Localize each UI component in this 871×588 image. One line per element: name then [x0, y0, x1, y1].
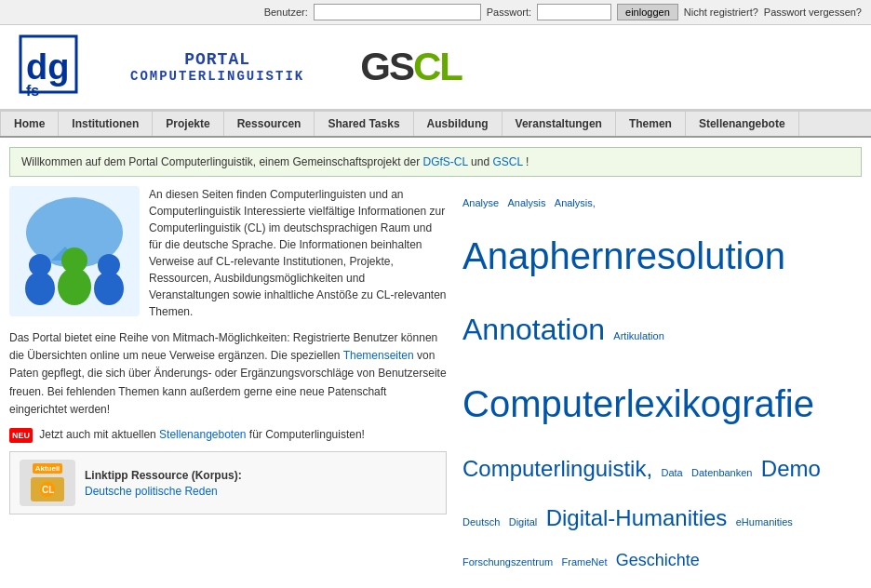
linktipp-title: Linktipp Ressource (Korpus): — [85, 469, 242, 482]
nav-projekte[interactable]: Projekte — [153, 112, 223, 136]
intro-text: An diesen Seiten finden Computerlinguist… — [149, 186, 447, 320]
dgfs-cl-link[interactable]: DGfS-CL — [423, 155, 468, 168]
gscl-logo[interactable]: GSCL — [360, 45, 462, 89]
linktipp-link[interactable]: Deutsche politische Reden — [85, 485, 218, 498]
welcome-text2: und — [471, 155, 492, 168]
aktuell-badge: Aktuell — [33, 463, 63, 474]
portal-line1: Portal — [130, 50, 304, 69]
intro-section: An diesen Seiten finden Computerlinguist… — [9, 186, 447, 320]
linktipp-box: Aktuell CL Linktipp Ressource (Korpus): … — [9, 451, 447, 514]
username-input[interactable] — [314, 4, 481, 20]
welcome-banner: Willkommen auf dem Portal Computerlingui… — [9, 147, 862, 177]
tag-computerlexikografie[interactable]: Computerlexikografie — [462, 383, 814, 424]
tag-computerlinguistik[interactable]: Computerlinguistik, — [462, 456, 652, 481]
main-content: An diesen Seiten finden Computerlinguist… — [0, 186, 871, 588]
intro-image — [9, 186, 140, 316]
login-bar: Benutzer: Passwort: einloggen Nicht regi… — [0, 0, 871, 25]
svg-text:fs: fs — [26, 83, 39, 99]
portal-description: Das Portal bietet eine Reihe von Mitmach… — [9, 329, 447, 419]
welcome-text3: ! — [526, 155, 529, 168]
themenseiten-link[interactable]: Themenseiten — [343, 349, 414, 362]
left-column: An diesen Seiten finden Computerlinguist… — [9, 186, 447, 588]
portal-line2: Computerlinguistik — [130, 69, 304, 84]
dgfs-logo[interactable]: dg fs — [19, 34, 112, 100]
new-badge: NEU — [9, 428, 33, 443]
nav-shared-tasks[interactable]: Shared Tasks — [315, 112, 413, 136]
forgot-password-link[interactable]: Passwort vergessen? — [764, 7, 862, 18]
nav-ressourcen[interactable]: Ressourcen — [224, 112, 315, 136]
login-button[interactable]: einloggen — [617, 4, 678, 20]
header: dg fs Portal Computerlinguistik GSCL — [0, 25, 871, 111]
stellenangebote-link[interactable]: Stellenangeboten — [159, 428, 246, 441]
svg-point-10 — [94, 272, 124, 305]
tag-annotation[interactable]: Annotation — [462, 313, 605, 346]
tag-demo[interactable]: Demo — [761, 456, 821, 481]
tag-analyse[interactable]: Analyse — [462, 197, 499, 208]
nav-veranstaltungen[interactable]: Veranstaltungen — [502, 112, 616, 136]
svg-point-8 — [58, 268, 91, 305]
tag-digitalhumanities[interactable]: Digital-Humanities — [546, 505, 728, 530]
nav-institutionen[interactable]: Institutionen — [59, 112, 153, 136]
gscl-link[interactable]: GSCL — [492, 155, 522, 168]
tag-analysis[interactable]: Analysis, — [555, 197, 596, 208]
tag-deutsch[interactable]: Deutsch — [462, 516, 500, 528]
new-notice: NEU Jetzt auch mit aktuellen Stellenange… — [9, 426, 447, 444]
svg-text:dg: dg — [26, 47, 69, 87]
nav-ausbildung[interactable]: Ausbildung — [414, 112, 502, 136]
gscl-gs: GS — [360, 45, 413, 88]
tag-datenbanken[interactable]: Datenbanken — [691, 467, 752, 478]
gscl-cl: CL — [413, 45, 462, 88]
nav-themen[interactable]: Themen — [616, 112, 686, 136]
tag-geschichte[interactable]: Geschichte — [616, 551, 700, 569]
tag-analysis[interactable]: Analysis — [507, 197, 545, 208]
svg-text:CL: CL — [42, 485, 54, 495]
portal-title: Portal Computerlinguistik — [130, 50, 304, 84]
passwort-label: Passwort: — [487, 7, 531, 18]
linktipp-content: Linktipp Ressource (Korpus): Deutsche po… — [85, 469, 242, 498]
tag-cloud: Analyse Analysis Analysis, Anaphernresol… — [461, 191, 857, 588]
linktipp-icon: Aktuell CL — [20, 460, 75, 506]
benutzer-label: Benutzer: — [264, 7, 308, 18]
password-input[interactable] — [537, 4, 611, 20]
welcome-text1: Willkommen auf dem Portal Computerlingui… — [21, 155, 423, 168]
tag-cloud-container: Analyse Analysis Analysis, Anaphernresol… — [456, 186, 862, 588]
svg-point-6 — [25, 272, 55, 305]
not-registered-link[interactable]: Nicht registriert? — [684, 7, 758, 18]
tag-data[interactable]: Data — [661, 467, 682, 478]
navigation: Home Institutionen Projekte Ressourcen S… — [0, 111, 871, 138]
tag-ehumanities[interactable]: eHumanities — [736, 516, 793, 528]
tag-framenet[interactable]: FrameNet — [562, 556, 608, 568]
nav-stellenangebote[interactable]: Stellenangebote — [686, 112, 799, 136]
nav-home[interactable]: Home — [0, 112, 59, 136]
tag-digital[interactable]: Digital — [509, 516, 538, 528]
tag-forschungszentrum[interactable]: Forschungszentrum — [462, 556, 553, 568]
tag-artikulation[interactable]: Artikulation — [613, 330, 663, 341]
tag-anaphernresolution[interactable]: Anaphernresolution — [462, 235, 785, 276]
